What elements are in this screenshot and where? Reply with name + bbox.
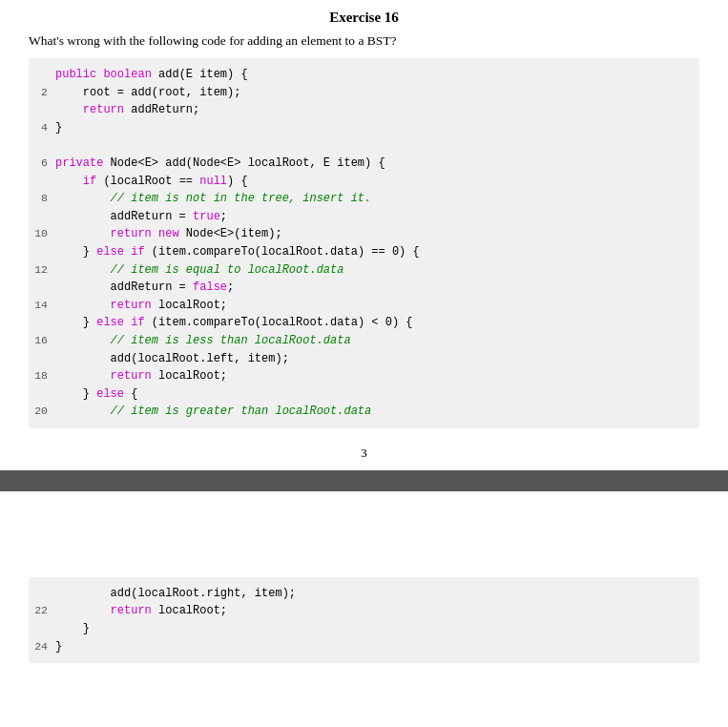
page-bottom: add(localRoot.right, item); 22 return lo… — [0, 491, 728, 673]
code-line: add(localRoot.right, item); — [29, 585, 699, 603]
code-line: addReturn = false; — [29, 279, 699, 297]
line-number: 12 — [29, 261, 55, 279]
code-line: 18 return localRoot; — [29, 367, 699, 385]
exercise-question: What's wrong with the following code for… — [29, 33, 699, 49]
line-content: } else if (item.compareTo(localRoot.data… — [55, 314, 699, 332]
line-content: root = add(root, item); — [55, 84, 699, 102]
line-number: 18 — [29, 367, 55, 384]
line-content — [55, 136, 699, 155]
line-content: // item is not in the tree, insert it. — [55, 190, 699, 208]
code-line: public boolean add(E item) { — [29, 66, 699, 84]
code-line: 24 } — [29, 638, 699, 656]
line-content: // item is equal to localRoot.data — [55, 261, 699, 280]
code-line: } else if (item.compareTo(localRoot.data… — [29, 243, 699, 261]
line-content: } — [55, 638, 699, 656]
line-content: private Node<E> add(Node<E> localRoot, E… — [55, 155, 699, 173]
line-content: } else { — [55, 385, 699, 404]
code-line: } else if (item.compareTo(localRoot.data… — [29, 314, 699, 332]
line-number: 22 — [29, 602, 55, 619]
divider-bar — [0, 470, 728, 491]
line-content: } — [55, 119, 699, 137]
line-content: public boolean add(E item) { — [55, 66, 699, 84]
line-content: if (localRoot == null) { — [55, 173, 699, 191]
line-content: add(localRoot.right, item); — [55, 585, 699, 603]
line-content: addReturn = true; — [55, 208, 699, 226]
code-line: 4 } — [29, 119, 699, 137]
bottom-spacer — [29, 491, 699, 577]
line-content: return localRoot; — [55, 367, 699, 385]
code-line: 2 root = add(root, item); — [29, 84, 699, 102]
line-number: 2 — [29, 84, 55, 101]
code-line: 10 return new Node<E>(item); — [29, 225, 699, 243]
line-number: 20 — [29, 403, 55, 420]
code-line: if (localRoot == null) { — [29, 173, 699, 191]
code-line: } else { — [29, 385, 699, 404]
line-number: 24 — [29, 638, 55, 655]
line-content: // item is greater than localRoot.data — [55, 403, 699, 421]
line-content: // item is less than localRoot.data — [55, 332, 699, 350]
line-number: 6 — [29, 155, 55, 172]
code-line: } — [29, 620, 699, 638]
line-content: return localRoot; — [55, 297, 699, 315]
code-block-bottom: add(localRoot.right, item); 22 return lo… — [29, 577, 699, 663]
line-content: return addReturn; — [55, 101, 699, 119]
code-line: 20 // item is greater than localRoot.dat… — [29, 403, 699, 421]
code-line: 8 // item is not in the tree, insert it. — [29, 190, 699, 208]
line-number: 14 — [29, 297, 55, 314]
line-number: 4 — [29, 119, 55, 136]
line-content: return localRoot; — [55, 602, 699, 620]
line-number: 8 — [29, 190, 55, 207]
code-line: return addReturn; — [29, 101, 699, 119]
line-content: return new Node<E>(item); — [55, 225, 699, 243]
line-content: addReturn = false; — [55, 279, 699, 297]
line-content: } else if (item.compareTo(localRoot.data… — [55, 243, 699, 261]
line-number: 10 — [29, 225, 55, 242]
code-line: 12 // item is equal to localRoot.data — [29, 261, 699, 280]
line-content: add(localRoot.left, item); — [55, 350, 699, 368]
page-number: 3 — [29, 446, 699, 461]
code-line: 16 // item is less than localRoot.data — [29, 332, 699, 350]
exercise-title: Exercise 16 — [29, 10, 699, 26]
code-line: 22 return localRoot; — [29, 602, 699, 620]
code-line: addReturn = true; — [29, 208, 699, 226]
code-line: add(localRoot.left, item); — [29, 350, 699, 368]
code-line: 6 private Node<E> add(Node<E> localRoot,… — [29, 155, 699, 173]
code-line — [29, 136, 699, 155]
line-content: } — [55, 620, 699, 638]
code-block-top: public boolean add(E item) { 2 root = ad… — [29, 58, 699, 428]
line-number: 16 — [29, 332, 55, 349]
code-line: 14 return localRoot; — [29, 297, 699, 315]
page-top: Exercise 16 What's wrong with the follow… — [0, 0, 728, 461]
